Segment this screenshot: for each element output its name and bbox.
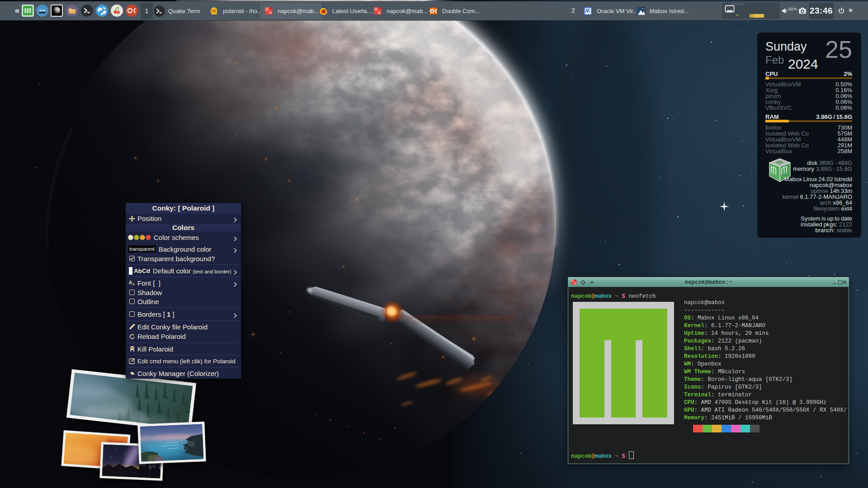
svg-text:A: A [132, 282, 135, 286]
svg-text:64: 64 [642, 7, 644, 10]
